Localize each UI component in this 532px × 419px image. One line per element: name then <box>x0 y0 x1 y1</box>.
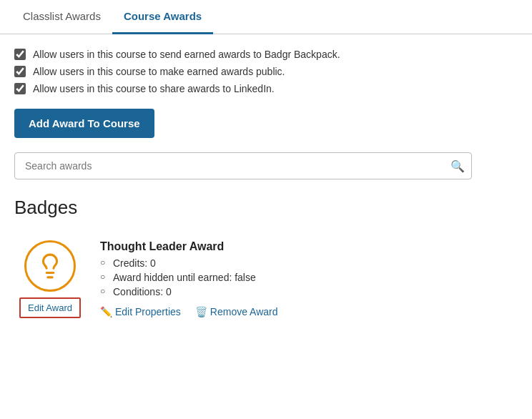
checkbox-label-1: Allow users in this course to send earne… <box>33 49 340 60</box>
edit-properties-link[interactable]: ✏️ Edit Properties <box>100 306 181 317</box>
search-icon: 🔍 <box>450 160 465 172</box>
award-icon-circle <box>24 240 76 292</box>
trash-icon: 🗑️ <box>195 306 207 317</box>
tab-classlist[interactable]: Classlist Awards <box>11 0 112 34</box>
award-credits: Credits: 0 <box>100 257 518 269</box>
award-actions: ✏️ Edit Properties 🗑️ Remove Award <box>100 306 518 317</box>
checkbox-linkedin[interactable] <box>14 83 26 94</box>
edit-properties-label: Edit Properties <box>115 306 181 317</box>
checkbox-item-1[interactable]: Allow users in this course to send earne… <box>14 49 518 60</box>
award-details: Thought Leader Award Credits: 0 Award hi… <box>100 240 518 317</box>
tab-course-awards[interactable]: Course Awards <box>112 0 213 34</box>
badges-section-title: Badges <box>14 197 518 219</box>
search-input[interactable] <box>14 152 472 179</box>
lightbulb-icon <box>36 252 64 280</box>
edit-award-button[interactable]: Edit Award <box>19 297 81 318</box>
award-conditions: Conditions: 0 <box>100 286 518 297</box>
award-icon-area: Edit Award <box>14 240 86 318</box>
award-hidden: Award hidden until earned: false <box>100 272 518 283</box>
award-card: Edit Award Thought Leader Award Credits:… <box>14 233 518 325</box>
add-award-button[interactable]: Add Award To Course <box>14 109 154 138</box>
options-group: Allow users in this course to send earne… <box>14 49 518 94</box>
search-button[interactable]: 🔍 <box>450 159 465 173</box>
checkbox-public[interactable] <box>14 66 26 77</box>
tab-bar: Classlist Awards Course Awards <box>0 0 532 34</box>
remove-award-label: Remove Award <box>210 306 278 317</box>
award-name: Thought Leader Award <box>100 240 518 253</box>
checkbox-badgr[interactable] <box>14 49 26 60</box>
main-content: Allow users in this course to send earne… <box>0 34 532 325</box>
checkbox-label-2: Allow users in this course to make earne… <box>33 66 285 77</box>
checkbox-label-3: Allow users in this course to share awar… <box>33 83 275 94</box>
pencil-icon: ✏️ <box>100 306 112 317</box>
checkbox-item-2[interactable]: Allow users in this course to make earne… <box>14 66 518 77</box>
remove-award-link[interactable]: 🗑️ Remove Award <box>195 306 278 317</box>
search-container: 🔍 <box>14 152 518 179</box>
award-properties: Credits: 0 Award hidden until earned: fa… <box>100 257 518 297</box>
checkbox-item-3[interactable]: Allow users in this course to share awar… <box>14 83 518 94</box>
